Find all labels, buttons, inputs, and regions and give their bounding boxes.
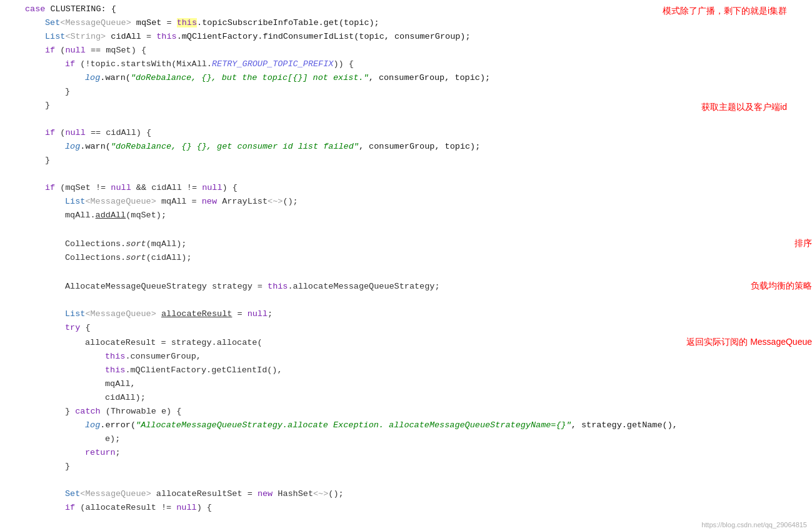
code-line-21: AllocateMessageQueueStrategy strategy = … xyxy=(0,279,812,294)
code-line-empty-1 xyxy=(0,112,812,126)
line-24-content: try { xyxy=(0,321,812,335)
line-21-content: AllocateMessageQueueStrategy strategy = … xyxy=(0,280,736,294)
line-29-content: cidAll); xyxy=(0,391,812,405)
code-line-4: if (null == mqSet) { xyxy=(0,44,812,57)
code-line-7: } xyxy=(0,85,812,99)
line-26-content: this.consumerGroup, xyxy=(0,350,812,364)
line-5-content: if (!topic.startsWith(MixAll.RETRY_GROUP… xyxy=(0,57,812,71)
code-line-2: Set<MessageQueue> mqSet = this.topicSubs… xyxy=(0,16,812,30)
line-23-content: List<MessageQueue> allocateResult = null… xyxy=(0,307,812,321)
line-11-content: log.warn("doRebalance, {} {}, get consum… xyxy=(0,140,812,154)
line-8-content: } xyxy=(0,99,812,112)
line-30-content: } catch (Throwable e) { xyxy=(0,405,812,419)
line-37-content: if (allocateResult != null) { xyxy=(0,501,812,515)
code-line-29: cidAll); xyxy=(0,391,812,405)
line-19-content: Collections.sort(cidAll); xyxy=(0,251,812,265)
code-line-24: try { xyxy=(0,321,812,335)
line-27-content: this.mQClientFactory.getClientId(), xyxy=(0,364,812,377)
line-34-content: } xyxy=(0,460,812,474)
line-6-content: log.warn("doRebalance, {}, but the topic… xyxy=(0,71,812,85)
line-3-content: List<String> cidAll = this.mQClientFacto… xyxy=(0,30,812,44)
line-14-content: if (mqSet != null && cidAll != null) { xyxy=(0,181,812,195)
code-line-5: if (!topic.startsWith(MixAll.RETRY_GROUP… xyxy=(0,57,812,71)
annotation-line-18: 排序 xyxy=(794,236,812,250)
line-18-content: Collections.sort(mqAll); xyxy=(0,237,764,251)
code-line-37: if (allocateResult != null) { xyxy=(0,501,812,515)
code-line-34: } xyxy=(0,460,812,474)
code-line-32: e); xyxy=(0,432,812,446)
code-container: case CLUSTERING: { 模式除了广播，剩下的就是i集群 Set<M… xyxy=(0,0,812,531)
line-28-content: mqAll, xyxy=(0,377,812,391)
code-line-empty-5 xyxy=(0,294,812,307)
code-line-25: allocateResult = strategy.allocate( 返回实际… xyxy=(0,335,812,350)
code-line-10: if (null == cidAll) { xyxy=(0,126,812,140)
line-16-content: mqAll.addAll(mqSet); xyxy=(0,209,812,222)
code-line-26: this.consumerGroup, xyxy=(0,350,812,364)
code-line-empty-3 xyxy=(0,222,812,236)
annotation-line-25: 返回实际订阅的 MessageQueue xyxy=(686,335,812,349)
line-32-content: e); xyxy=(0,432,812,446)
line-2-content: Set<MessageQueue> mqSet = this.topicSubs… xyxy=(0,16,812,30)
code-line-33: return; xyxy=(0,446,812,460)
code-line-empty-4 xyxy=(0,265,812,279)
line-31-content: log.error("AllocateMessageQueueStrategy.… xyxy=(0,419,812,432)
line-12-content: } xyxy=(0,154,812,167)
code-line-3: List<String> cidAll = this.mQClientFacto… xyxy=(0,30,812,44)
code-line-6: log.warn("doRebalance, {}, but the topic… xyxy=(0,71,812,85)
code-line-1: case CLUSTERING: { 模式除了广播，剩下的就是i集群 xyxy=(0,2,812,16)
annotation-line-8: 获取主题以及客户端id xyxy=(701,100,787,114)
code-line-18: Collections.sort(mqAll); 排序 xyxy=(0,236,812,251)
code-line-36: Set<MessageQueue> allocateResultSet = ne… xyxy=(0,487,812,501)
line-25-content: allocateResult = strategy.allocate( xyxy=(0,336,666,350)
line-33-content: return; xyxy=(0,446,812,460)
code-line-16: mqAll.addAll(mqSet); xyxy=(0,209,812,222)
code-line-11: log.warn("doRebalance, {} {}, get consum… xyxy=(0,140,812,154)
line-36-content: Set<MessageQueue> allocateResultSet = ne… xyxy=(0,487,812,501)
code-line-31: log.error("AllocateMessageQueueStrategy.… xyxy=(0,419,812,432)
line-10-content: if (null == cidAll) { xyxy=(0,126,812,140)
url-watermark: https://blog.csdn.net/qq_29064815 xyxy=(701,521,807,529)
annotation-line-21: 负载均衡的策略 xyxy=(751,279,812,292)
code-line-12: } xyxy=(0,154,812,167)
code-line-27: this.mQClientFactory.getClientId(), xyxy=(0,364,812,377)
line-15-content: List<MessageQueue> mqAll = new ArrayList… xyxy=(0,195,812,209)
code-line-30: } catch (Throwable e) { xyxy=(0,405,812,419)
code-line-19: Collections.sort(cidAll); xyxy=(0,251,812,265)
line-4-content: if (null == mqSet) { xyxy=(0,44,812,57)
annotation-line-1: 模式除了广播，剩下的就是i集群 xyxy=(663,4,787,17)
code-line-28: mqAll, xyxy=(0,377,812,391)
code-line-empty-6 xyxy=(0,474,812,487)
line-7-content: } xyxy=(0,85,812,99)
code-line-empty-2 xyxy=(0,167,812,181)
code-line-15: List<MessageQueue> mqAll = new ArrayList… xyxy=(0,195,812,209)
code-line-14: if (mqSet != null && cidAll != null) { xyxy=(0,181,812,195)
code-line-23: List<MessageQueue> allocateResult = null… xyxy=(0,307,812,321)
code-line-8: } 获取主题以及客户端id xyxy=(0,99,812,112)
